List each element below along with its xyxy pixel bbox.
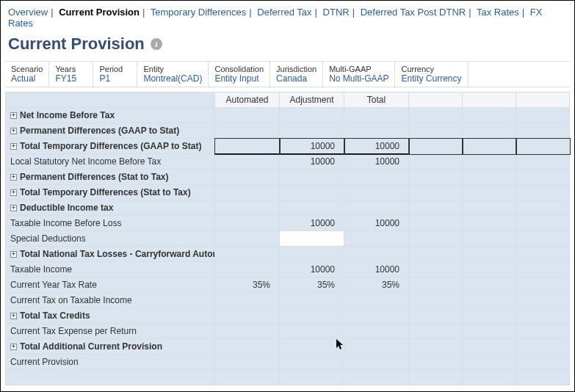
row-header[interactable]: Taxable Income Before Loss <box>6 216 215 231</box>
cell-adjustment[interactable] <box>280 231 344 247</box>
cell-adjustment[interactable]: 10000 <box>280 154 344 170</box>
cell-automated[interactable] <box>215 200 280 216</box>
cell-total[interactable]: 10000 <box>344 216 409 231</box>
cell-automated[interactable] <box>215 170 280 185</box>
expand-icon[interactable]: + <box>10 174 17 181</box>
info-icon[interactable]: i <box>151 38 162 50</box>
cell-adjustment[interactable] <box>280 355 344 370</box>
pov-multigaap[interactable]: Multi-GAAP No Multi-GAAP <box>323 62 395 87</box>
nav-deferred-tax[interactable]: Deferred Tax <box>257 7 311 18</box>
cell-adjustment[interactable] <box>280 247 344 262</box>
col-adjustment[interactable]: Adjustment <box>280 92 344 108</box>
grid-row-total-temp-diff-stat[interactable]: +Total Temporary Differences (Stat to Ta… <box>6 185 570 200</box>
grid-row-current-year-tax-rate[interactable]: Current Year Tax Rate35%35%35% <box>6 277 570 293</box>
row-header[interactable]: +Total Temporary Differences (Stat to Ta… <box>6 185 215 200</box>
cell-adjustment[interactable] <box>280 339 344 355</box>
cell-total[interactable] <box>344 293 409 308</box>
nav-overview[interactable]: Overview <box>8 7 48 18</box>
row-header[interactable]: +Deductible Income tax <box>6 200 215 216</box>
cell-adjustment[interactable] <box>280 293 344 308</box>
cell-automated[interactable] <box>215 324 280 339</box>
grid-row-total-national-tax-losses[interactable]: +Total National Tax Losses - Carryforwar… <box>6 247 570 262</box>
row-header[interactable]: Special Deductions <box>6 231 215 247</box>
cell-automated[interactable] <box>215 139 280 154</box>
row-header[interactable]: +Permanent Differences (Stat to Tax) <box>6 170 215 185</box>
cell-total[interactable] <box>344 231 409 247</box>
pov-years[interactable]: Years FY15 <box>49 62 93 87</box>
nav-temporary-differences[interactable]: Temporary Differences <box>151 7 247 18</box>
cell-total[interactable] <box>344 247 409 262</box>
row-header[interactable]: Current Provision <box>6 355 215 370</box>
cell-total[interactable] <box>344 108 409 123</box>
pov-entity[interactable]: Entity Montreal(CAD) <box>137 62 209 87</box>
row-header[interactable]: Current Tax on Taxable Income <box>6 293 215 308</box>
cell-total[interactable] <box>344 123 409 139</box>
cell-total[interactable] <box>344 324 409 339</box>
cell-adjustment[interactable]: 10000 <box>280 216 344 231</box>
expand-icon[interactable]: + <box>10 251 17 258</box>
cell-total[interactable] <box>344 339 409 355</box>
grid-row-total-temp-diff-gaap[interactable]: +Total Temporary Differences (GAAP to St… <box>6 139 570 154</box>
row-header[interactable]: Local Statutory Net Income Before Tax <box>6 154 215 170</box>
cell-automated[interactable] <box>215 247 280 262</box>
cell-adjustment[interactable] <box>280 324 344 339</box>
cell-adjustment[interactable]: 10000 <box>280 139 344 154</box>
cell-total[interactable] <box>344 355 409 370</box>
cell-total[interactable] <box>344 308 409 324</box>
grid-row-total-additional-current[interactable]: +Total Additional Current Provision <box>6 339 570 355</box>
nav-dtnr[interactable]: DTNR <box>323 7 350 18</box>
nav-tax-rates[interactable]: Tax Rates <box>477 7 519 18</box>
grid-row-deductible-income-tax[interactable]: +Deductible Income tax <box>6 200 570 216</box>
cell-total[interactable] <box>344 185 409 200</box>
expand-icon[interactable]: + <box>10 344 17 350</box>
cell-automated[interactable] <box>215 355 280 370</box>
grid-row-taxable-income-before-loss[interactable]: Taxable Income Before Loss1000010000 <box>6 216 570 231</box>
cell-adjustment[interactable]: 35% <box>280 277 344 293</box>
pov-scenario[interactable]: Scenario Actual <box>5 62 49 87</box>
cell-total[interactable]: 10000 <box>344 262 409 277</box>
expand-icon[interactable]: + <box>10 143 17 150</box>
grid-row-total-tax-credits[interactable]: +Total Tax Credits <box>6 308 570 324</box>
row-header[interactable]: Current Tax Expense per Return <box>6 324 215 339</box>
cell-automated[interactable] <box>215 108 280 123</box>
cell-adjustment[interactable] <box>280 108 344 123</box>
row-header[interactable]: +Total Additional Current Provision <box>6 339 215 355</box>
col-automated[interactable]: Automated <box>215 92 280 108</box>
row-header[interactable]: Taxable Income <box>6 262 215 277</box>
expand-icon[interactable]: + <box>10 313 17 319</box>
expand-icon[interactable]: + <box>10 112 17 119</box>
row-header[interactable]: +Total Tax Credits <box>6 308 215 324</box>
pov-jurisdiction[interactable]: Jurisdiction Canada <box>270 62 323 87</box>
cell-automated[interactable]: 35% <box>215 277 280 293</box>
cell-automated[interactable] <box>215 262 280 277</box>
cell-adjustment[interactable] <box>280 185 344 200</box>
expand-icon[interactable]: + <box>10 189 17 196</box>
grid-row-current-tax-on-taxable[interactable]: Current Tax on Taxable Income <box>6 293 570 308</box>
cell-total[interactable] <box>344 170 409 185</box>
row-header[interactable]: Current Year Tax Rate <box>6 277 215 293</box>
nav-current-provision[interactable]: Current Provision <box>59 7 140 18</box>
cell-adjustment[interactable] <box>280 170 344 185</box>
cell-automated[interactable] <box>215 123 280 139</box>
cell-total[interactable]: 35% <box>344 277 409 293</box>
grid-row-perm-diff-gaap[interactable]: +Permanent Differences (GAAP to Stat) <box>6 123 570 139</box>
pov-consolidation[interactable]: Consolidation Entity Input <box>209 62 270 87</box>
cell-total[interactable]: 10000 <box>344 154 409 170</box>
grid-row-special-deductions[interactable]: Special Deductions <box>6 231 570 247</box>
col-total[interactable]: Total <box>344 92 409 108</box>
nav-deferred-tax-post-dtnr[interactable]: Deferred Tax Post DTNR <box>361 7 466 18</box>
cell-automated[interactable] <box>215 339 280 355</box>
cell-adjustment[interactable] <box>280 200 344 216</box>
grid-row-taxable-income[interactable]: Taxable Income1000010000 <box>6 262 570 277</box>
row-header[interactable]: +Total Temporary Differences (GAAP to St… <box>6 139 215 154</box>
cell-automated[interactable] <box>215 185 280 200</box>
pov-currency[interactable]: Currency Entity Currency <box>395 62 468 87</box>
cell-automated[interactable] <box>215 231 280 247</box>
expand-icon[interactable]: + <box>10 128 17 134</box>
cell-automated[interactable] <box>215 308 280 324</box>
grid-row-perm-diff-stat[interactable]: +Permanent Differences (Stat to Tax) <box>6 170 570 185</box>
cell-automated[interactable] <box>215 293 280 308</box>
row-header[interactable]: +Total National Tax Losses - Carryforwar… <box>6 247 215 262</box>
cell-adjustment[interactable] <box>280 308 344 324</box>
row-header[interactable]: +Net Income Before Tax <box>6 108 215 123</box>
